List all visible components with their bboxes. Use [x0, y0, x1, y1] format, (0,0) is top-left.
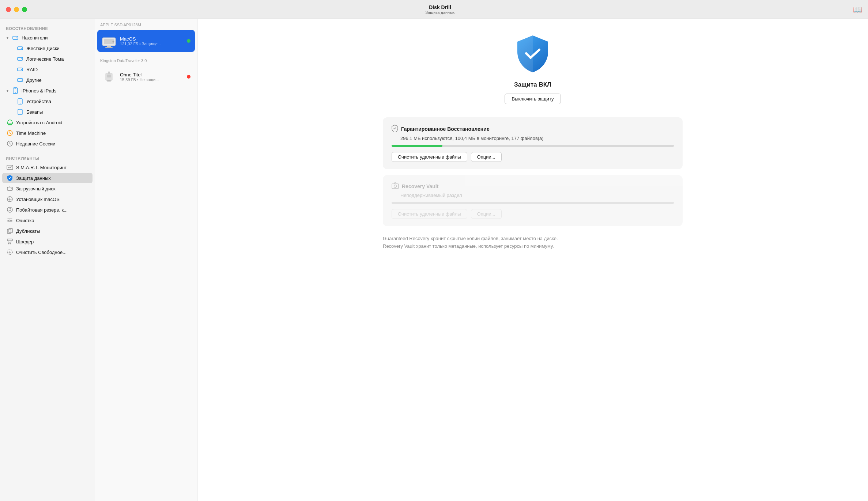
card2-progress-bg [392, 202, 674, 204]
titlebar-right: 📖 [853, 5, 862, 14]
sidebar: Восстановление ▾ Накопители Жесткие Диск… [0, 19, 95, 501]
sidebar-item-backup[interactable]: Побайтовая резерв. к... [2, 205, 93, 215]
backups-icon [17, 109, 23, 115]
svg-rect-17 [7, 122, 8, 124]
disable-protection-button[interactable]: Выключить защиту [505, 94, 561, 104]
svg-point-9 [21, 80, 22, 80]
freespace-icon [7, 249, 13, 255]
smart-icon [7, 164, 13, 171]
devices-icon [17, 98, 23, 105]
svg-rect-46 [105, 47, 113, 48]
duplicates-label: Дубликаты [16, 228, 40, 234]
sidebar-item-iphones[interactable]: ▾ iPhones & iPads [2, 86, 93, 96]
logical-label: Логические Тома [26, 56, 64, 62]
note2: Recovery Vault хранит только метаданные,… [383, 243, 683, 249]
sidebar-item-installer[interactable]: Установщик macOS [2, 194, 93, 204]
hdd-icon [17, 45, 23, 52]
detail-area: Защита ВКЛ Выключить защиту Гарантирован… [197, 19, 868, 501]
footer-notes: Guaranteed Recovery хранит скрытые копии… [383, 236, 683, 251]
card2-title: Recovery Vault [402, 183, 438, 189]
sidebar-item-timemachine[interactable]: Time Machine [2, 128, 93, 138]
backup-label: Побайтовая резерв. к... [16, 207, 68, 213]
note1: Guaranteed Recovery хранит скрытые копии… [383, 236, 683, 241]
shredder-icon [7, 238, 13, 245]
sidebar-item-hard-drives[interactable]: Жесткие Диски [2, 43, 93, 53]
android-label: Устройства с Android [16, 120, 63, 125]
card2-buttons: Очистить удаленные файлы Опции... [392, 209, 674, 219]
devices-label: Устройства [26, 99, 51, 104]
sidebar-item-protection[interactable]: Защита данных [2, 173, 93, 183]
raid-icon [17, 66, 23, 73]
sidebar-item-devices[interactable]: Устройства [2, 96, 93, 106]
clear-deleted-files-button[interactable]: Очистить удаленные файлы [392, 152, 467, 162]
svg-rect-50 [108, 72, 110, 74]
sidebar-item-duplicates[interactable]: Дубликаты [2, 226, 93, 236]
sidebar-item-smart[interactable]: S.M.A.R.T. Мониторинг [2, 162, 93, 172]
other-label: Другие [26, 77, 42, 83]
duplicates-icon [7, 228, 13, 234]
sidebar-item-cleanup[interactable]: Очистка [2, 215, 93, 225]
other-icon [17, 77, 23, 83]
section-recovery-label: Восстановление [0, 23, 95, 32]
svg-rect-19 [8, 124, 12, 125]
title-center: Disk Drill Защита данных [27, 4, 853, 15]
book-icon[interactable]: 📖 [853, 5, 862, 14]
section-tools-label: Инструменты [0, 153, 95, 162]
sidebar-item-other[interactable]: Другие [2, 75, 93, 85]
freespace-label: Очистить Свободное... [16, 250, 67, 255]
macos-status-dot [187, 39, 190, 43]
shield-sidebar-icon [7, 175, 13, 181]
device-ohne-info: Ohne Titel 15,39 ГБ • Не защи... [120, 72, 183, 82]
sidebar-item-raid[interactable]: RAID [2, 64, 93, 75]
sidebar-item-freespace[interactable]: Очистить Свободное... [2, 247, 93, 257]
sidebar-item-logical[interactable]: Логические Тома [2, 54, 93, 64]
svg-point-5 [21, 58, 22, 59]
content-area: APPLE SSD AP0128M MacOS 121,02 ГБ • Защи… [95, 19, 868, 501]
logical-icon [17, 56, 23, 62]
ohne-status-dot [187, 75, 190, 79]
titlebar: Disk Drill Защита данных 📖 [0, 0, 868, 19]
device-macos-info: MacOS 121,02 ГБ • Защище... [120, 36, 183, 46]
svg-point-16 [20, 114, 20, 114]
timemachine-icon [7, 130, 13, 136]
sidebar-item-drives[interactable]: ▾ Накопители [2, 33, 93, 43]
drive-icon [12, 34, 19, 41]
raid-label: RAID [26, 67, 38, 72]
svg-point-35 [9, 220, 10, 221]
backup-icon [7, 206, 13, 213]
smart-label: S.M.A.R.T. Мониторинг [16, 165, 67, 170]
sidebar-item-android[interactable]: Устройства с Android [2, 117, 93, 128]
card1-buttons: Очистить удаленные файлы Опции... [392, 152, 674, 162]
minimize-button[interactable] [14, 7, 19, 12]
drives-label: Накопители [22, 35, 48, 41]
sidebar-item-shredder[interactable]: Шредер [2, 236, 93, 247]
svg-rect-51 [392, 184, 399, 189]
sidebar-item-bootdisk[interactable]: Загрузочный диск [2, 183, 93, 194]
shield-graphic [514, 34, 551, 74]
recovery-vault-card: Recovery Vault Неподдерживаемый раздел О… [383, 175, 683, 226]
sidebar-item-recent[interactable]: Недавние Сессии [2, 138, 93, 149]
bootdisk-label: Загрузочный диск [16, 186, 55, 191]
options-button-1[interactable]: Опции... [471, 152, 502, 162]
device-item-macos[interactable]: MacOS 121,02 ГБ • Защище... [97, 30, 195, 52]
svg-point-44 [113, 41, 114, 43]
traffic-lights [6, 7, 27, 12]
card1-progress-bg [392, 145, 674, 147]
clear-deleted-files-button-2: Очистить удаленные файлы [392, 209, 467, 219]
device-panel: APPLE SSD AP0128M MacOS 121,02 ГБ • Защи… [95, 19, 197, 501]
cleanup-label: Очистка [16, 218, 34, 223]
sidebar-item-backups[interactable]: Бекапы [2, 107, 93, 117]
installer-icon [7, 196, 13, 202]
backups-label: Бекапы [26, 109, 43, 115]
shredder-label: Шредер [16, 239, 34, 244]
close-button[interactable] [6, 7, 11, 12]
usb-disk-icon [102, 69, 116, 84]
main-container: Восстановление ▾ Накопители Жесткие Диск… [0, 19, 868, 501]
device-item-ohne-titel[interactable]: Ohne Titel 15,39 ГБ • Не защи... [97, 66, 195, 88]
svg-point-7 [21, 69, 22, 70]
chevron-iphones-icon: ▾ [7, 89, 8, 93]
group2-label: Kingston DataTraveler 3.0 [95, 55, 197, 65]
maximize-button[interactable] [22, 7, 27, 12]
android-icon [7, 119, 13, 126]
card2-header: Recovery Vault [392, 182, 674, 190]
